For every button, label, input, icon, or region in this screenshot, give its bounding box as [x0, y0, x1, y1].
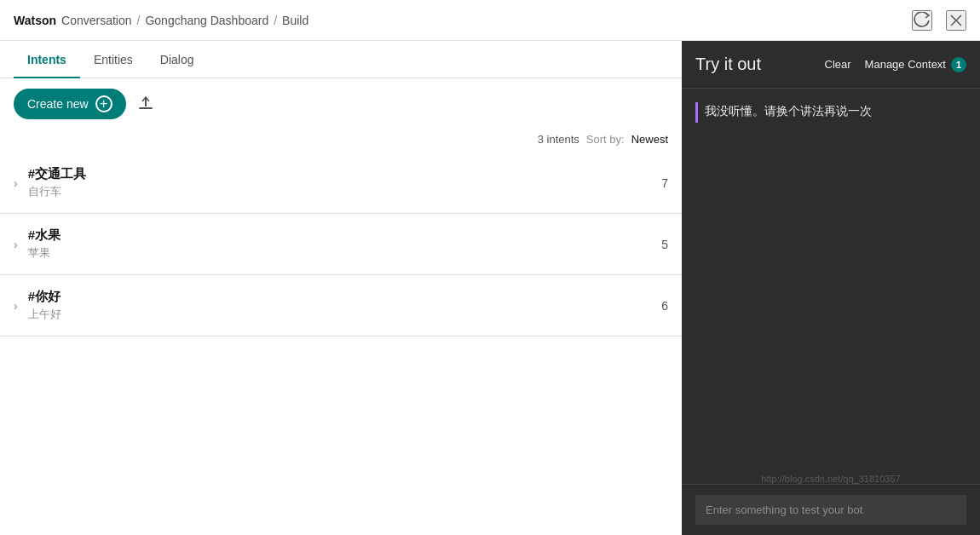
chat-message: 我没听懂。请换个讲法再说一次 [695, 102, 966, 123]
plus-icon: + [95, 95, 112, 112]
workspace-name: Gongchang Dashboard [145, 14, 268, 27]
chat-accent-bar [695, 102, 698, 123]
intent-info-0: #交通工具 自行车 [28, 166, 662, 199]
intent-info-1: #水果 苹果 [28, 227, 662, 261]
close-icon [948, 12, 965, 29]
svg-rect-3 [145, 98, 147, 106]
try-it-out-panel: Try it out Clear Manage Context 1 我没听懂。请… [682, 41, 980, 535]
intent-item-1[interactable]: › #水果 苹果 5 [0, 214, 682, 275]
refresh-icon [914, 12, 931, 29]
refresh-button[interactable] [912, 10, 932, 31]
intent-sub-2: 上午好 [28, 307, 662, 322]
intent-item-2[interactable]: › #你好 上午好 6 [0, 275, 682, 337]
try-actions: Clear Manage Context 1 [825, 57, 966, 72]
intent-name-2: #你好 [28, 289, 662, 305]
intent-count-2: 6 [661, 299, 668, 313]
close-button[interactable] [946, 10, 966, 31]
intent-sub-1: 苹果 [28, 245, 662, 261]
manage-context-label: Manage Context [865, 58, 946, 71]
create-new-button[interactable]: Create new + [14, 89, 126, 119]
list-header: 3 intents Sort by: Newest [0, 129, 682, 152]
upload-button[interactable] [136, 95, 155, 113]
tab-dialog[interactable]: Dialog [147, 41, 208, 78]
manage-context-badge: 1 [951, 57, 966, 72]
separator-1: / [137, 14, 141, 27]
intent-count-1: 5 [661, 238, 668, 251]
sort-value[interactable]: Newest [631, 133, 668, 146]
intent-name-1: #水果 [28, 227, 662, 244]
svg-rect-2 [139, 107, 153, 109]
intent-item-0[interactable]: › #交通工具 自行车 7 [0, 152, 682, 214]
chat-text: 我没听懂。请换个讲法再说一次 [705, 102, 872, 120]
upload-icon [136, 95, 155, 113]
breadcrumb: Watson Conversation / Gongchang Dashboar… [14, 14, 308, 27]
chevron-icon-1: › [14, 238, 18, 251]
app-name: Conversation [61, 14, 132, 27]
try-header: Try it out Clear Manage Context 1 [682, 41, 980, 89]
intent-count-0: 7 [661, 176, 668, 190]
manage-context-button[interactable]: Manage Context 1 [865, 57, 966, 72]
tab-entities[interactable]: Entities [80, 41, 147, 78]
brand-name: Watson [14, 14, 56, 27]
topnav-actions [912, 10, 966, 31]
tab-intents[interactable]: Intents [14, 41, 80, 78]
clear-button[interactable]: Clear [825, 58, 851, 71]
toolbar: Create new + [0, 78, 682, 129]
try-input[interactable] [695, 495, 966, 525]
sort-label: Sort by: [586, 133, 625, 146]
intent-info-2: #你好 上午好 [28, 289, 662, 322]
intent-name-0: #交通工具 [28, 166, 662, 182]
intent-count: 3 intents [538, 133, 579, 146]
intent-sub-0: 自行车 [28, 184, 662, 199]
try-title: Try it out [695, 55, 825, 74]
page-name: Build [282, 14, 308, 27]
chevron-icon-0: › [14, 176, 18, 190]
tabs: Intents Entities Dialog [0, 41, 682, 78]
create-new-label: Create new [27, 97, 89, 111]
watermark: http://blog.csdn.net/qq_31810357 [682, 470, 980, 484]
main-layout: Intents Entities Dialog Create new + 3 i… [0, 41, 980, 535]
separator-2: / [274, 14, 277, 27]
intent-list: › #交通工具 自行车 7 › #水果 苹果 5 › #你好 上午 [0, 152, 682, 535]
topnav: Watson Conversation / Gongchang Dashboar… [0, 0, 980, 41]
chevron-icon-2: › [14, 299, 18, 313]
left-panel: Intents Entities Dialog Create new + 3 i… [0, 41, 682, 535]
chat-area: 我没听懂。请换个讲法再说一次 [682, 89, 980, 470]
try-input-area [682, 484, 980, 535]
